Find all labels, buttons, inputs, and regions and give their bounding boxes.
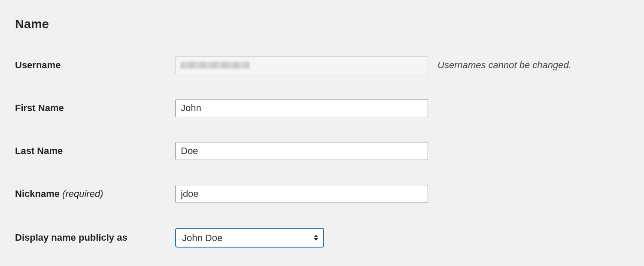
last-name-field[interactable] <box>175 142 428 160</box>
username-field <box>175 56 428 74</box>
nickname-field[interactable] <box>175 185 428 203</box>
form-row-last-name: Last Name <box>15 142 629 160</box>
nickname-label: Nickname (required) <box>15 188 175 200</box>
last-name-label: Last Name <box>15 145 175 157</box>
first-name-field[interactable] <box>175 99 428 117</box>
form-row-first-name: First Name <box>15 99 629 117</box>
username-hint: Usernames cannot be changed. <box>428 60 571 71</box>
nickname-required-text: (required) <box>62 188 103 199</box>
display-name-label: Display name publicly as <box>15 232 175 243</box>
form-row-nickname: Nickname (required) <box>15 185 629 203</box>
display-name-select[interactable]: John Doe <box>175 228 324 248</box>
nickname-label-text: Nickname <box>15 188 60 199</box>
username-label: Username <box>15 60 175 71</box>
form-row-display-name: Display name publicly as John Doe <box>15 228 629 248</box>
form-row-username: Username Usernames cannot be changed. <box>15 56 629 74</box>
section-title-name: Name <box>15 17 629 31</box>
first-name-label: First Name <box>15 103 175 114</box>
username-redacted <box>181 62 249 69</box>
